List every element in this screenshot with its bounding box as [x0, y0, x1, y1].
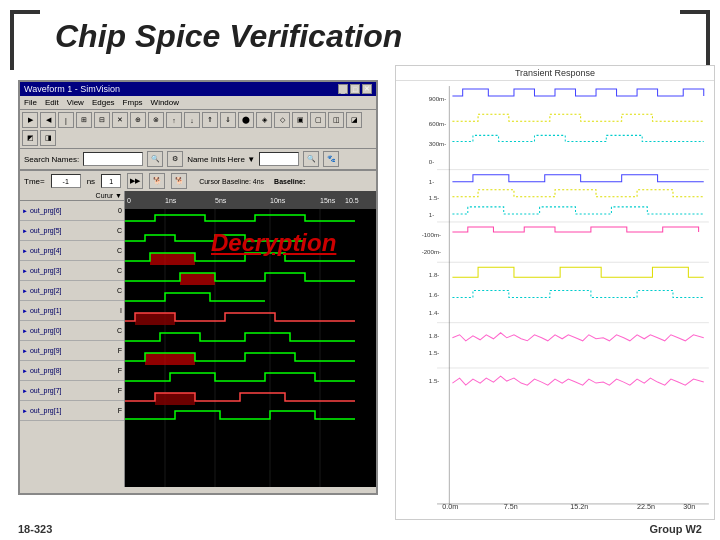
toolbar-btn-18[interactable]: ◪ — [346, 112, 362, 128]
signal-name-4: out_prg[2] — [30, 287, 107, 294]
signal-icon-5: ► — [22, 308, 28, 314]
sim-window-title: Waveform 1 - SimVision — [24, 84, 120, 94]
toolbar-btn-16[interactable]: ▢ — [310, 112, 326, 128]
signal-value-4: C — [107, 287, 122, 294]
menu-file[interactable]: File — [24, 98, 37, 107]
svg-text:1-: 1- — [429, 211, 434, 218]
svg-rect-11 — [150, 253, 195, 265]
svg-rect-0 — [125, 191, 376, 209]
toolbar-btn-11[interactable]: ⇓ — [220, 112, 236, 128]
signal-name-5: out_prg[1] — [30, 307, 107, 314]
svg-text:900m-: 900m- — [429, 95, 446, 102]
svg-text:15.2n: 15.2n — [570, 503, 588, 511]
svg-text:10ns: 10ns — [270, 197, 286, 204]
search-btn2[interactable]: 🔍 — [303, 151, 319, 167]
signal-icon-9: ► — [22, 388, 28, 394]
toolbar-btn-2[interactable]: ◀ — [40, 112, 56, 128]
signal-icon-10: ► — [22, 408, 28, 414]
search-opt-btn[interactable]: ⚙ — [167, 151, 183, 167]
toolbar-btn-7[interactable]: ⊗ — [148, 112, 164, 128]
search-input[interactable] — [83, 152, 143, 166]
signal-item-5: ► out_prg[1] I — [20, 301, 124, 321]
toolbar-btn-17[interactable]: ◫ — [328, 112, 344, 128]
chart-svg: 900m- 600m- 300m- 0- 1- 1.5- 1- — [396, 81, 714, 514]
svg-text:30n: 30n — [683, 503, 695, 511]
maximize-button[interactable]: □ — [350, 84, 360, 94]
signal-header: Curur ▼ — [20, 191, 124, 201]
signal-item-3: ► out_prg[3] C — [20, 261, 124, 281]
signal-name-10: out_prg[1] — [30, 407, 107, 414]
toolbar-btn-separator: | — [58, 112, 74, 128]
sim-window: Waveform 1 - SimVision _ □ ✕ File Edit V… — [18, 80, 378, 495]
sim-titlebar-buttons: _ □ ✕ — [338, 84, 372, 94]
toolbar-btn-19[interactable]: ◩ — [22, 130, 38, 146]
svg-text:300m-: 300m- — [429, 141, 446, 148]
menu-edges[interactable]: Edges — [92, 98, 115, 107]
svg-text:0-: 0- — [429, 158, 434, 165]
toolbar-btn-13[interactable]: ◈ — [256, 112, 272, 128]
signal-value-7: F — [107, 347, 122, 354]
svg-text:0: 0 — [127, 197, 131, 204]
signal-item-9: ► out_prg[7] F — [20, 381, 124, 401]
toolbar-btn-9[interactable]: ↓ — [184, 112, 200, 128]
menu-view[interactable]: View — [67, 98, 84, 107]
sim-toolbar-1: ▶ ◀ | ⊞ ⊟ ✕ ⊕ ⊗ ↑ ↓ ⇑ ⇓ ⬤ ◈ ◇ ▣ ▢ ◫ ◪ ◩ … — [20, 110, 376, 149]
svg-text:1.5-: 1.5- — [429, 349, 440, 356]
chart-title: Transient Response — [396, 66, 714, 81]
signal-value-0: 0 — [107, 207, 122, 214]
time-input[interactable] — [51, 174, 81, 188]
waveform-area: Curur ▼ ► out_prg[6] 0 ► out_prg[5] C ► … — [20, 191, 376, 487]
cursor-label: Cursor Baseline: 4ns — [199, 178, 264, 185]
svg-text:-100m-: -100m- — [422, 231, 441, 238]
signal-value-5: I — [107, 307, 122, 314]
toolbar-btn-1[interactable]: ▶ — [22, 112, 38, 128]
menu-window[interactable]: Window — [151, 98, 179, 107]
signal-icon-1: ► — [22, 228, 28, 234]
signal-icon-8: ► — [22, 368, 28, 374]
time-btn1[interactable]: ▶▶ — [127, 173, 143, 189]
toolbar-btn-4[interactable]: ⊟ — [94, 112, 110, 128]
signal-name-9: out_prg[7] — [30, 387, 107, 394]
close-button[interactable]: ✕ — [362, 84, 372, 94]
signal-item-2: ► out_prg[4] C — [20, 241, 124, 261]
signal-value-10: F — [107, 407, 122, 414]
menu-edit[interactable]: Edit — [45, 98, 59, 107]
search-go-btn[interactable]: 🔍 — [147, 151, 163, 167]
toolbar-btn-14[interactable]: ◇ — [274, 112, 290, 128]
svg-text:1.5-: 1.5- — [429, 194, 440, 201]
toolbar-btn-3[interactable]: ⊞ — [76, 112, 92, 128]
signal-value-9: F — [107, 387, 122, 394]
menu-fmps[interactable]: Fmps — [123, 98, 143, 107]
signal-name-8: out_prg[8] — [30, 367, 107, 374]
search-btn3[interactable]: 🐾 — [323, 151, 339, 167]
signal-value-3: C — [107, 267, 122, 274]
toolbar-btn-10[interactable]: ⇑ — [202, 112, 218, 128]
baseline-value: Baseline: — [274, 178, 305, 185]
signal-name-1: out_prg[5] — [30, 227, 107, 234]
time-btn2[interactable]: 🐕 — [149, 173, 165, 189]
toolbar-btn-12[interactable]: ⬤ — [238, 112, 254, 128]
time-btn3[interactable]: 🐕 — [171, 173, 187, 189]
svg-text:10.5: 10.5 — [345, 197, 359, 204]
svg-rect-15 — [155, 393, 195, 405]
toolbar-btn-8[interactable]: ↑ — [166, 112, 182, 128]
svg-text:1.6-: 1.6- — [429, 292, 440, 299]
ns-label: ns — [87, 177, 95, 186]
time-input2[interactable] — [101, 174, 121, 188]
signal-name-7: out_prg[9] — [30, 347, 107, 354]
toolbar-btn-6[interactable]: ⊕ — [130, 112, 146, 128]
signal-item-4: ► out_prg[2] C — [20, 281, 124, 301]
search-input2[interactable] — [259, 152, 299, 166]
svg-text:15ns: 15ns — [320, 197, 336, 204]
svg-rect-13 — [135, 313, 175, 325]
toolbar-btn-5[interactable]: ✕ — [112, 112, 128, 128]
chart-area: 900m- 600m- 300m- 0- 1- 1.5- 1- — [396, 81, 714, 514]
signal-item-8: ► out_prg[8] F — [20, 361, 124, 381]
toolbar-btn-20[interactable]: ◨ — [40, 130, 56, 146]
search-label2: Name Inits Here ▼ — [187, 155, 255, 164]
minimize-button[interactable]: _ — [338, 84, 348, 94]
svg-rect-14 — [145, 353, 195, 365]
toolbar-btn-15[interactable]: ▣ — [292, 112, 308, 128]
signal-item-10: ► out_prg[1] F — [20, 401, 124, 421]
col-header-name — [22, 192, 94, 199]
